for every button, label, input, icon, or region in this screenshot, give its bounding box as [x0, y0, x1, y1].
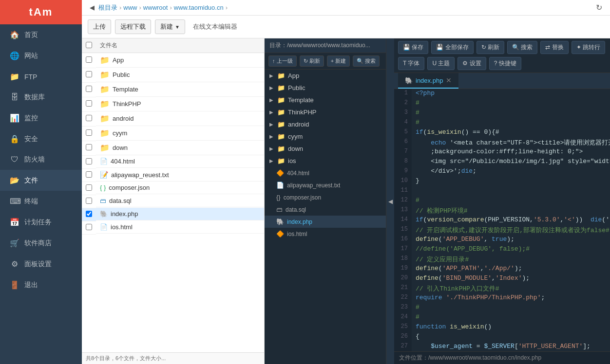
sidebar-item-files[interactable]: 📂 文件: [0, 170, 82, 191]
editor-theme-button[interactable]: U 主题: [427, 57, 455, 70]
code-line: 8 <img src="/Public/mobile/img/1.jpg" st…: [394, 157, 610, 167]
sidebar-item-home[interactable]: 🏠 首页: [0, 24, 82, 45]
editor-tab-index-php[interactable]: 🐘 index.php ✕: [398, 73, 458, 89]
editor-search-button[interactable]: 🔍 搜索: [507, 41, 537, 54]
list-item[interactable]: 🐘index.php: [96, 208, 264, 220]
list-item[interactable]: 📁Public: [96, 68, 264, 82]
editor-status-bar: 文件位置：/www/wwwroot/www.taomiduo.cn/index.…: [394, 351, 610, 364]
breadcrumb-refresh-button[interactable]: ↻: [596, 3, 602, 12]
line-content: #: [412, 313, 610, 323]
breadcrumb-domain[interactable]: www.taomiduo.cn: [174, 4, 224, 11]
file-checkbox[interactable]: [86, 171, 92, 178]
tree-refresh-button[interactable]: ↻ 刷新: [300, 55, 324, 67]
file-checkbox[interactable]: [86, 144, 92, 150]
editor-save-button[interactable]: 💾 保存: [398, 41, 428, 54]
line-content: #: [412, 303, 610, 313]
sidebar-item-panel-settings[interactable]: ⚙ 面板设置: [0, 254, 82, 274]
sidebar-item-database[interactable]: 🗄 数据库: [0, 87, 82, 108]
file-checkbox[interactable]: [86, 184, 92, 191]
editor-jump-button[interactable]: ✦ 跳转行: [572, 41, 605, 54]
file-checkbox[interactable]: [86, 115, 92, 121]
tree-file-item[interactable]: 🐘index.php: [265, 216, 386, 228]
new-button[interactable]: 新建 ▼: [155, 19, 185, 34]
upload-label: 上传: [93, 22, 106, 31]
editor-shortcuts-button[interactable]: ? 快捷键: [489, 57, 521, 70]
folder-icon: 📁: [277, 72, 285, 79]
line-content: #: [412, 118, 610, 128]
tree-folder-item[interactable]: ▶📁cyym: [265, 130, 386, 143]
folder-icon: 📁: [277, 133, 285, 140]
breadcrumb-root[interactable]: 根目录: [98, 3, 117, 12]
tree-file-item[interactable]: {}composer.json: [265, 191, 386, 203]
tree-search-button[interactable]: 🔍 搜索: [353, 55, 380, 67]
tree-folder-item[interactable]: ▶📁android: [265, 118, 386, 130]
breadcrumb-wwwroot[interactable]: wwwroot: [143, 4, 168, 11]
file-checkbox[interactable]: [86, 224, 92, 230]
tree-file-item[interactable]: 🗃data.sql: [265, 203, 386, 216]
tree-file-item[interactable]: 📄alipaywap_reuest.txt: [265, 179, 386, 191]
tree-folder-item[interactable]: ▶📁App: [265, 70, 386, 82]
sidebar-item-firewall[interactable]: 🛡 防火墙: [0, 149, 82, 170]
list-item[interactable]: 📁cyym: [96, 126, 264, 141]
file-checkbox[interactable]: [86, 86, 92, 92]
editor-save-all-button[interactable]: 💾 全部保存: [431, 41, 473, 54]
list-item[interactable]: 📝alipaywap_reuest.txt: [96, 168, 264, 182]
tree-file-item[interactable]: 🔶ios.html: [265, 228, 386, 240]
file-checkbox[interactable]: [86, 71, 92, 77]
file-checkbox[interactable]: [86, 198, 92, 204]
tree-collapse-toggle[interactable]: ◀: [386, 38, 394, 364]
upload-button[interactable]: 上传: [88, 19, 111, 34]
list-item[interactable]: 📁Template: [96, 82, 264, 97]
file-type-icon: 🐘: [276, 218, 284, 225]
sidebar-item-terminal[interactable]: ⌨ 终端: [0, 191, 82, 212]
list-item[interactable]: 📁ThinkPHP: [96, 97, 264, 111]
remote-download-button[interactable]: 远程下载: [115, 19, 151, 34]
sidebar: tAm 🏠 首页 🌐 网站 📁 FTP 🗄 数据库 📊 监控 🔒 安全 🛡 防火…: [0, 0, 82, 364]
breadcrumb-arrow[interactable]: ◀: [90, 4, 95, 11]
line-content: define('APP_DEBUG', true);: [412, 235, 610, 245]
tree-folder-item[interactable]: ▶📁Template: [265, 94, 386, 106]
line-content: [412, 186, 610, 196]
line-number: 19: [394, 264, 412, 274]
tree-folder-item[interactable]: ▶📁ThinkPHP: [265, 106, 386, 118]
list-item[interactable]: 📄ios.html: [96, 221, 264, 234]
editor-refresh-button[interactable]: ↻ 刷新: [477, 41, 504, 54]
sidebar-item-ftp[interactable]: 📁 FTP: [0, 66, 82, 87]
sidebar-item-tasks[interactable]: 📅 计划任务: [0, 212, 82, 233]
list-item[interactable]: 📁App: [96, 53, 264, 68]
file-checkbox[interactable]: [86, 56, 92, 63]
file-checkbox[interactable]: [86, 100, 92, 107]
list-item[interactable]: 🗃data.sql: [96, 195, 264, 207]
tree-expand-icon: ▶: [269, 134, 273, 139]
editor-replace-button[interactable]: ⇄ 替换: [540, 41, 568, 54]
file-checkbox[interactable]: [86, 211, 92, 217]
list-item[interactable]: 📁down: [96, 141, 264, 155]
sidebar-item-monitor[interactable]: 📊 监控: [0, 108, 82, 128]
file-checkbox[interactable]: [86, 129, 92, 136]
sidebar-item-logout[interactable]: 🚪 退出: [0, 274, 82, 295]
editor-font-button[interactable]: T 字体: [398, 57, 424, 70]
tree-file-item[interactable]: 🔶404.html: [265, 167, 386, 179]
list-item[interactable]: 📁android: [96, 111, 264, 126]
file-type-icon: 🔶: [276, 169, 284, 177]
tree-folder-item[interactable]: ▶📁ios: [265, 155, 386, 167]
file-checkbox[interactable]: [86, 158, 92, 164]
breadcrumb-www[interactable]: www: [123, 4, 137, 11]
line-content: ;background-color:#fff;line-height: 0;">: [412, 147, 610, 157]
code-editor[interactable]: 1<?php2#3#4#5if(is_weixin() == 0){#6 ech…: [394, 89, 610, 351]
select-all-checkbox[interactable]: [86, 42, 92, 48]
editor-settings-button[interactable]: ⚙ 设置: [458, 57, 486, 70]
list-item[interactable]: 📄404.html: [96, 155, 264, 168]
tree-up-button[interactable]: ↑ 上一级: [268, 55, 297, 67]
tree-file-label: alipaywap_reuest.txt: [287, 182, 340, 189]
tree-folder-item[interactable]: ▶📁Public: [265, 82, 386, 94]
sidebar-item-security[interactable]: 🔒 安全: [0, 128, 82, 149]
sidebar-item-label: 网站: [24, 52, 38, 60]
tree-new-button[interactable]: + 新建: [327, 55, 350, 67]
sidebar-item-store[interactable]: 🛒 软件商店: [0, 233, 82, 254]
new-arrow-icon: ▼: [175, 24, 180, 30]
tab-close-button[interactable]: ✕: [446, 76, 452, 84]
sidebar-item-website[interactable]: 🌐 网站: [0, 45, 82, 66]
list-item[interactable]: { }composer.json: [96, 182, 264, 194]
tree-folder-item[interactable]: ▶📁down: [265, 143, 386, 155]
